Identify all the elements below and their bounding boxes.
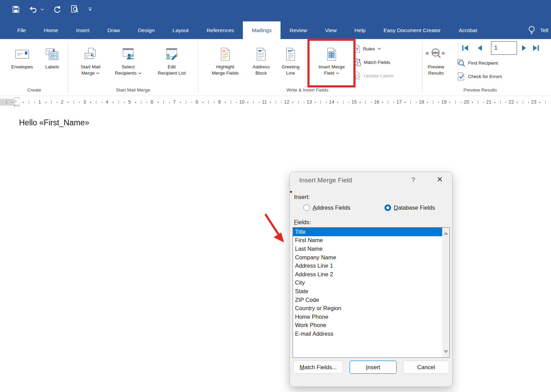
envelopes-button[interactable]: Envelopes	[6, 42, 38, 92]
match-fields-dialog-button[interactable]: Match Fields...	[293, 361, 343, 374]
ribbon-tab[interactable]: View	[316, 21, 345, 39]
previous-record-button[interactable]	[477, 45, 484, 51]
ruler-tick	[236, 102, 237, 103]
ruler-tick	[214, 102, 215, 103]
ruler-number: 16	[373, 99, 380, 105]
database-fields-radio[interactable]	[384, 204, 391, 211]
ribbon-tab[interactable]: Mailings	[243, 21, 281, 39]
field-option[interactable]: Address Line 1	[293, 261, 449, 270]
document-canvas[interactable]: Hello «First_Name»	[0, 108, 551, 392]
dialog-help-button[interactable]: ?	[409, 176, 417, 184]
find-recipient-icon	[457, 58, 466, 67]
ribbon-tab[interactable]: Acrobat	[450, 21, 486, 39]
insert-merge-field-button[interactable]: Insert Merge Field	[310, 42, 354, 92]
scroll-up-icon[interactable]	[444, 232, 448, 235]
ruler-tick	[146, 102, 148, 103]
find-recipient-button[interactable]: Find Recipient	[457, 58, 498, 68]
select-recipients-button[interactable]: Select Recipients	[109, 42, 147, 92]
ribbon-tab[interactable]: Design	[129, 21, 163, 39]
highlight-merge-fields-button[interactable]: Highlight Merge Fields	[203, 42, 247, 92]
address-block-button[interactable]: Address Block	[248, 42, 275, 92]
fields-section-label: Fields:	[294, 219, 311, 226]
field-option[interactable]: Address Line 2	[293, 270, 449, 279]
field-option[interactable]: Title	[293, 228, 449, 236]
ruler-number: 21	[485, 99, 492, 105]
labels-button[interactable]: Labels	[39, 42, 66, 92]
ruler-tick	[231, 101, 231, 104]
ribbon-tab[interactable]: Review	[281, 21, 316, 39]
check-for-errors-button[interactable]: Check for Errors	[457, 71, 502, 81]
ribbon-tab[interactable]: File	[8, 21, 35, 39]
redo-icon[interactable]	[53, 5, 61, 14]
ruler-number: 23	[530, 99, 537, 105]
field-option[interactable]: Last Name	[293, 245, 449, 253]
ribbon-tab[interactable]: Insert	[67, 21, 98, 39]
ruler-tick	[433, 101, 434, 104]
greeting-line-button[interactable]: Greeting Line	[276, 42, 305, 92]
start-mail-merge-button[interactable]: Start Mail Merge	[74, 42, 107, 92]
ribbon: Envelopes Labels Create Start Mail Merge…	[0, 39, 551, 96]
ruler-tick	[29, 101, 29, 104]
ruler-tick	[191, 102, 192, 103]
listbox-scrollbar[interactable]	[442, 228, 449, 357]
ribbon-tab[interactable]: References	[198, 21, 243, 39]
scroll-down-icon[interactable]	[444, 350, 448, 353]
ruler-tick	[321, 101, 321, 104]
field-option[interactable]: First Name	[293, 236, 449, 245]
ruler-tick	[539, 102, 540, 103]
field-option[interactable]: ZIP Code	[293, 296, 449, 304]
ribbon-tab[interactable]: Draw	[98, 21, 129, 39]
ruler-number: 13	[306, 99, 313, 105]
next-record-button[interactable]	[521, 45, 529, 51]
save-icon[interactable]	[12, 5, 20, 13]
customize-qat-icon[interactable]	[88, 7, 93, 12]
print-preview-icon[interactable]	[70, 4, 79, 14]
field-option[interactable]: Home Phone	[293, 313, 449, 321]
fields-listbox[interactable]: TitleFirst NameLast NameCompany NameAddr…	[293, 227, 450, 358]
ruler-left-margin	[0, 99, 17, 106]
insert-dialog-button[interactable]: Insert	[350, 361, 397, 374]
database-fields-label[interactable]: Database Fields	[394, 204, 435, 211]
preview-results-button[interactable]: «ABC» Preview Results	[421, 42, 451, 92]
ribbon-tab-row: FileHomeInsertDrawDesignLayoutReferences…	[0, 21, 551, 39]
field-option[interactable]: State	[293, 287, 449, 296]
ruler-tick	[449, 102, 450, 103]
ruler-tick	[410, 101, 411, 104]
ruler-tick	[68, 102, 69, 103]
last-record-button[interactable]	[532, 45, 540, 51]
ruler-number: 3	[81, 99, 88, 105]
ribbon-tab[interactable]: Easy Document Creator	[374, 21, 449, 39]
undo-dropdown-icon[interactable]	[40, 8, 44, 11]
tell-me-area[interactable]: Tell	[528, 21, 548, 39]
ruler-tick	[360, 102, 361, 103]
chevron-down-icon	[138, 72, 142, 74]
document-text[interactable]: Hello «First_Name»	[19, 118, 89, 127]
ruler-tick	[79, 102, 80, 103]
field-option[interactable]: Work Phone	[293, 321, 449, 330]
first-record-button[interactable]	[462, 45, 469, 51]
ribbon-tab[interactable]: Home	[35, 21, 67, 39]
cancel-dialog-button[interactable]: Cancel	[403, 361, 449, 374]
address-fields-label[interactable]: Address Fields	[313, 204, 350, 211]
ribbon-tab[interactable]: Layout	[164, 21, 198, 39]
ruler-number: 10	[238, 99, 245, 105]
field-option[interactable]: E-mail Address	[293, 329, 449, 338]
match-fields-button[interactable]: Match Fields	[353, 57, 390, 67]
ruler-tick	[371, 102, 372, 103]
record-number-input[interactable]	[491, 41, 517, 55]
dialog-close-button[interactable]: ✕	[435, 175, 445, 184]
title-bar	[0, 0, 551, 21]
ruler-tick	[438, 102, 439, 103]
field-option[interactable]: Country or Region	[293, 304, 449, 313]
edit-recipient-list-button[interactable]: Edit Recipient List	[149, 42, 194, 92]
ruler-tick	[349, 102, 350, 103]
rules-button[interactable]: ? Rules	[353, 44, 381, 54]
field-option[interactable]: City	[293, 279, 449, 287]
undo-icon[interactable]	[28, 5, 37, 13]
ruler[interactable]: 1234567891011121314151617181920212223	[0, 97, 551, 108]
field-option[interactable]: Company Name	[293, 253, 449, 262]
ruler-tick	[270, 102, 271, 103]
address-fields-radio[interactable]	[303, 204, 310, 211]
ribbon-tab[interactable]: Help	[345, 21, 374, 39]
ruler-tick	[393, 102, 395, 103]
